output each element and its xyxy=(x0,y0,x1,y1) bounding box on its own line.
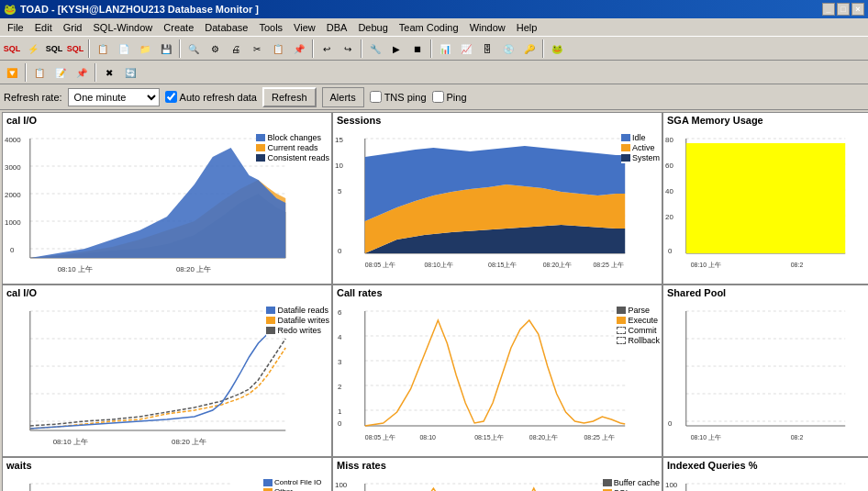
toolbar-btn24[interactable]: 🔑 xyxy=(519,39,540,59)
toolbar2-btn1[interactable]: 🔽 xyxy=(2,62,22,83)
legend-system: System xyxy=(632,153,660,162)
toolbar-btn20[interactable]: 📊 xyxy=(435,39,455,59)
logical-io-title: cal I/O xyxy=(3,113,331,128)
svg-text:1: 1 xyxy=(338,407,342,416)
shared-pool-chart: Shared Pool 0 08:10 上午 08:2 xyxy=(662,285,868,457)
menu-help[interactable]: Help xyxy=(511,21,543,34)
toolbar-btn6[interactable]: 📄 xyxy=(114,39,134,59)
svg-text:4000: 4000 xyxy=(5,136,21,144)
sga-memory-chart: SGA Memory Usage 80 60 40 20 0 08:10 上午 … xyxy=(662,112,868,285)
ping-checkbox[interactable] xyxy=(432,91,444,103)
auto-refresh-label: Auto refresh data xyxy=(180,92,257,103)
toolbar-btn10[interactable]: ⚙ xyxy=(205,39,225,59)
toolbar2-btn3[interactable]: 📝 xyxy=(50,62,71,83)
toolbar-sql-btn[interactable]: SQL xyxy=(2,39,22,59)
svg-text:08:25 上午: 08:25 上午 xyxy=(593,262,623,268)
auto-refresh-checkbox-container[interactable]: Auto refresh data xyxy=(165,91,257,103)
svg-text:4: 4 xyxy=(338,333,342,341)
toolbar-btn2[interactable]: ⚡ xyxy=(23,39,43,59)
call-rates-chart: Call rates 6 4 3 2 1 0 Calls/sec 08:05 上… xyxy=(332,285,662,457)
tns-ping-checkbox[interactable] xyxy=(370,91,382,103)
toolbar-sep2 xyxy=(179,39,181,58)
svg-text:08:15上午: 08:15上午 xyxy=(474,434,503,441)
toolbar-sep5 xyxy=(430,39,432,58)
toolbar-btn7[interactable]: 📁 xyxy=(135,39,155,59)
menu-window[interactable]: Window xyxy=(464,21,511,34)
toolbar-btn17[interactable]: 🔧 xyxy=(365,39,385,59)
toolbar-btn19[interactable]: ⏹ xyxy=(407,39,428,59)
toolbar-btn3[interactable]: SQL xyxy=(44,39,64,59)
refresh-button[interactable]: Refresh xyxy=(262,87,317,107)
sessions-area: 15 10 5 0 Sessions 08:05 上午 08:10上午 08:1… xyxy=(333,129,662,284)
svg-text:0: 0 xyxy=(668,419,673,428)
toolbar-btn12[interactable]: ✂ xyxy=(247,39,267,59)
auto-refresh-checkbox[interactable] xyxy=(165,91,177,103)
legend-active: Active xyxy=(632,143,655,152)
call-rates-legend: Parse Execute Commit Rollback xyxy=(617,306,660,346)
sga-title: SGA Memory Usage xyxy=(663,113,868,128)
toolbar-btn9[interactable]: 🔍 xyxy=(184,39,204,59)
svg-text:6: 6 xyxy=(338,308,342,317)
svg-text:2: 2 xyxy=(338,383,342,391)
waits-area: 08:10 上午 08:20 上午 Control File IO Other … xyxy=(3,474,331,491)
title-bar-buttons: _ □ × xyxy=(822,3,864,16)
svg-marker-49 xyxy=(686,143,845,253)
toolbar-btn25[interactable]: 🐸 xyxy=(547,39,567,59)
menu-view[interactable]: View xyxy=(288,21,321,34)
toolbar2-btn6[interactable]: 🔄 xyxy=(120,62,140,83)
svg-text:08:10: 08:10 xyxy=(419,434,436,441)
miss-rates-area: 100 80 60 40 20 0 Percent 08:10 上午 08:20… xyxy=(333,474,662,491)
legend-datafile-writes: Datafile writes xyxy=(277,316,329,325)
legend-buffer-cache: Buffer cache xyxy=(614,478,660,487)
menu-dba[interactable]: DBA xyxy=(321,21,353,34)
app-icon: 🐸 xyxy=(4,4,17,16)
menu-grid[interactable]: Grid xyxy=(58,21,88,34)
call-rates-title: Call rates xyxy=(333,285,662,300)
toolbar-btn14[interactable]: 📌 xyxy=(289,39,309,59)
menu-create[interactable]: Create xyxy=(158,21,199,34)
toolbar2-btn2[interactable]: 📋 xyxy=(29,62,50,83)
physical-io-legend: Datafile reads Datafile writes Redo writ… xyxy=(266,306,329,336)
toolbar-btn16[interactable]: ↪ xyxy=(338,39,358,59)
toolbar-btn4[interactable]: SQL xyxy=(65,39,85,59)
toolbar2-btn5[interactable]: ✖ xyxy=(99,62,119,83)
svg-text:100: 100 xyxy=(335,481,348,489)
svg-text:08:20上午: 08:20上午 xyxy=(529,434,558,441)
legend-other: Other xyxy=(274,487,293,491)
menu-edit[interactable]: Edit xyxy=(29,21,58,34)
sga-svg: 80 60 40 20 0 08:10 上午 08:2 xyxy=(663,129,868,284)
toolbar-btn8[interactable]: 💾 xyxy=(156,39,176,59)
alerts-button[interactable]: Alerts xyxy=(322,87,364,107)
toolbar-btn5[interactable]: 📋 xyxy=(93,39,113,59)
minimize-button[interactable]: _ xyxy=(822,3,835,16)
menu-file[interactable]: File xyxy=(2,21,29,34)
svg-text:08:15上午: 08:15上午 xyxy=(488,262,517,268)
sessions-chart: Sessions 15 10 5 0 Sessions xyxy=(332,112,662,285)
menu-debug[interactable]: Debug xyxy=(352,21,393,34)
toolbar-sep1 xyxy=(88,39,90,58)
toolbar-btn23[interactable]: 💿 xyxy=(498,39,518,59)
close-button[interactable]: × xyxy=(851,3,864,16)
toolbar-btn13[interactable]: 📋 xyxy=(268,39,288,59)
title-bar: 🐸 TOAD - [KYSH@LANZHOU213 Database Monit… xyxy=(0,0,868,18)
toolbar-sep3 xyxy=(312,39,314,58)
svg-text:08:10上午: 08:10上午 xyxy=(424,262,452,268)
maximize-button[interactable]: □ xyxy=(837,3,850,16)
svg-text:08:05 上午: 08:05 上午 xyxy=(365,434,395,441)
menu-sql-window[interactable]: SQL-Window xyxy=(87,21,158,34)
physical-io-area: 08:10 上午 08:20 上午 Datafile reads Datafil… xyxy=(3,302,331,456)
tns-ping-label: TNS ping xyxy=(384,92,427,103)
toolbar2-btn4[interactable]: 📌 xyxy=(72,62,92,83)
toolbar-btn15[interactable]: ↩ xyxy=(317,39,337,59)
refresh-rate-select[interactable]: One minute 30 seconds 5 minutes xyxy=(68,88,160,106)
miss-rates-legend: Buffer cache SQL area Latch xyxy=(603,478,660,491)
legend-idle: Idle xyxy=(632,133,646,142)
menu-database[interactable]: Database xyxy=(199,21,253,34)
toolbar-btn22[interactable]: 🗄 xyxy=(477,39,497,59)
toolbar-btn11[interactable]: 🖨 xyxy=(226,39,246,59)
toolbar-btn21[interactable]: 📈 xyxy=(456,39,476,59)
toolbar-btn18[interactable]: ▶ xyxy=(386,39,406,59)
menu-team-coding[interactable]: Team Coding xyxy=(394,21,464,34)
ping-label: Ping xyxy=(447,92,467,103)
menu-tools[interactable]: Tools xyxy=(253,21,288,34)
